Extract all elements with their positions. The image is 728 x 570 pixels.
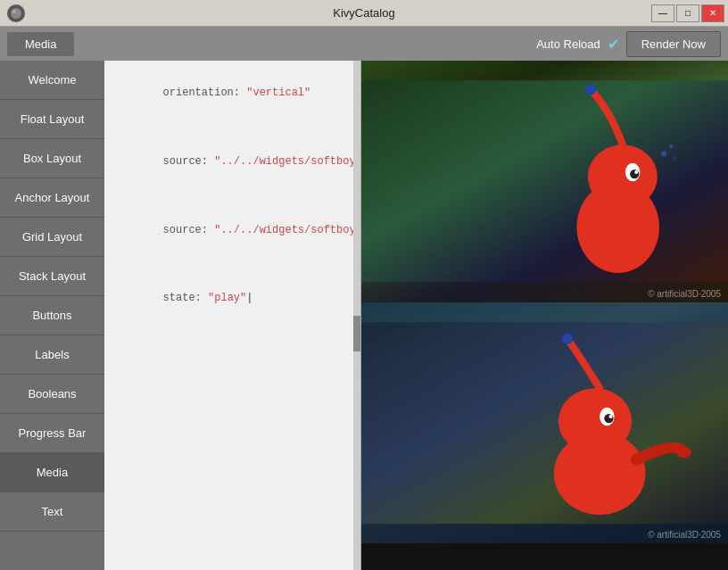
sidebar-item-buttons[interactable]: Buttons <box>0 296 104 335</box>
svg-point-6 <box>585 84 596 95</box>
svg-rect-13 <box>361 322 728 524</box>
svg-point-11 <box>669 145 673 148</box>
preview-top: © artificial3D·2005 <box>361 61 728 302</box>
app-icon <box>7 4 25 22</box>
auto-reload-label: Auto Reload <box>536 37 600 51</box>
sidebar: Welcome Float Layout Box Layout Anchor L… <box>0 61 104 570</box>
svg-point-8 <box>630 169 639 178</box>
code-line-1: orientation: "vertical" <box>112 68 353 120</box>
toolbar: Media Auto Reload ✔ Render Now <box>0 27 728 61</box>
close-button[interactable]: ✕ <box>701 4 724 22</box>
sidebar-item-anchor-layout[interactable]: Anchor Layout <box>0 178 104 218</box>
auto-reload-checkmark[interactable]: ✔ <box>608 36 619 53</box>
bottom-watermark: © artificial3D·2005 <box>648 530 721 540</box>
code-line-2 <box>112 120 353 136</box>
svg-point-18 <box>604 413 613 422</box>
code-line-6 <box>112 256 353 273</box>
maximize-button[interactable]: □ <box>676 4 699 22</box>
preview-bottom-bar <box>361 543 728 570</box>
sidebar-item-float-layout[interactable]: Float Layout <box>0 100 104 139</box>
render-now-button[interactable]: Render Now <box>626 31 721 57</box>
title-bar: KivyCatalog — □ ✕ <box>0 0 728 27</box>
media-tab-button[interactable]: Media <box>7 32 74 56</box>
code-line-5: source: "../../widgets/softboy. <box>112 205 353 257</box>
code-line-4 <box>112 187 353 204</box>
code-scrollbar-thumb[interactable] <box>353 316 360 351</box>
svg-point-20 <box>676 446 691 457</box>
sidebar-item-stack-layout[interactable]: Stack Layout <box>0 257 104 296</box>
code-line-3: source: "../../widgets/softboy. <box>112 136 353 188</box>
code-line-7: state: "play"| <box>112 273 353 325</box>
svg-point-16 <box>562 333 573 343</box>
code-editor[interactable]: orientation: "vertical" source: "../../w… <box>104 61 361 570</box>
top-watermark: © artificial3D·2005 <box>648 289 721 299</box>
svg-point-2 <box>12 10 16 13</box>
sidebar-item-text[interactable]: Text <box>0 492 104 532</box>
sidebar-item-progress-bar[interactable]: Progress Bar <box>0 414 104 453</box>
content-row: Welcome Float Layout Box Layout Anchor L… <box>0 61 728 570</box>
sidebar-item-booleans[interactable]: Booleans <box>0 375 104 414</box>
window-title: KivyCatalog <box>333 6 394 20</box>
minimize-button[interactable]: — <box>651 4 674 22</box>
svg-rect-3 <box>361 80 728 282</box>
sidebar-item-media[interactable]: Media <box>0 453 104 492</box>
svg-point-15 <box>558 388 632 454</box>
sidebar-item-welcome[interactable]: Welcome <box>0 61 104 100</box>
svg-point-9 <box>634 170 638 174</box>
sidebar-item-grid-layout[interactable]: Grid Layout <box>0 218 104 257</box>
main-content: Media Auto Reload ✔ Render Now Welcome F… <box>0 27 728 570</box>
preview-area: © artificial3D·2005 <box>361 61 728 570</box>
preview-bottom: © artificial3D·2005 <box>361 302 728 544</box>
svg-point-12 <box>673 157 676 161</box>
svg-point-5 <box>588 145 658 209</box>
sidebar-item-labels[interactable]: Labels <box>0 335 104 375</box>
svg-point-19 <box>608 415 612 418</box>
svg-point-1 <box>11 8 21 19</box>
window-controls: — □ ✕ <box>651 4 724 22</box>
sidebar-item-box-layout[interactable]: Box Layout <box>0 139 104 178</box>
svg-point-10 <box>661 151 666 156</box>
code-scrollbar[interactable] <box>353 61 360 570</box>
